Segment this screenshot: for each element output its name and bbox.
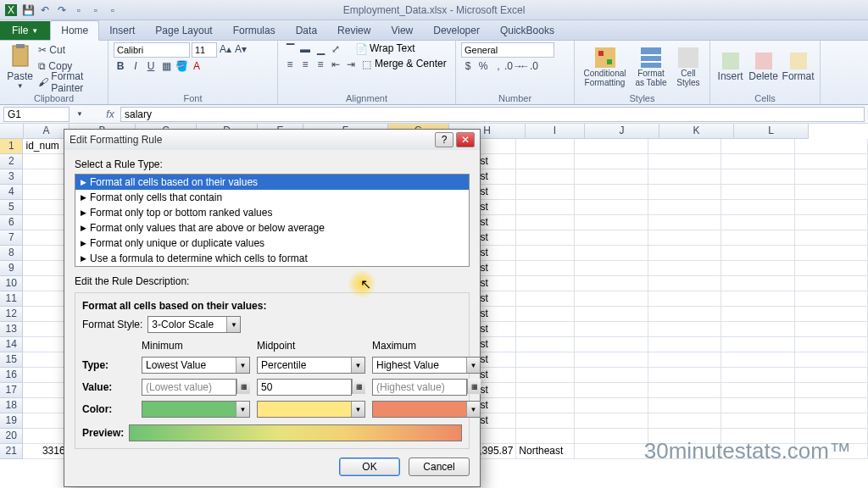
row-header[interactable]: 9 [0,261,23,276]
row-header[interactable]: 18 [0,398,23,413]
column-header[interactable] [0,124,24,139]
mid-type-combo[interactable]: Percentile▼ [257,357,365,374]
tab-data[interactable]: Data [286,21,327,40]
indent-dec-icon[interactable]: ⇤ [329,58,342,71]
row-header[interactable]: 17 [0,383,23,398]
cell[interactable] [795,337,868,352]
refedit-icon[interactable]: ▦ [467,379,481,394]
cell[interactable] [575,154,648,169]
cell[interactable] [795,276,868,291]
cell[interactable] [648,291,721,307]
cell[interactable] [721,352,794,368]
rule-type-item[interactable]: ▶Use a formula to determine which cells … [75,251,469,266]
cell[interactable] [23,337,68,352]
cell[interactable] [23,185,68,200]
cell[interactable] [721,261,794,276]
cell[interactable] [23,154,68,169]
cell[interactable] [795,352,868,368]
indent-inc-icon[interactable]: ⇥ [344,58,358,71]
min-type-combo[interactable]: Lowest Value▼ [142,357,250,374]
column-header[interactable]: L [734,124,809,139]
qat-icon[interactable]: ▫ [71,3,86,18]
shrink-font-icon[interactable]: A▾ [234,42,248,56]
format-style-combo[interactable]: 3-Color Scale▼ [147,316,241,333]
cell[interactable] [648,230,721,246]
comma-icon[interactable]: , [492,59,505,73]
row-header[interactable]: 7 [0,230,23,246]
cell[interactable] [23,230,68,246]
cell[interactable] [23,307,68,322]
bold-icon[interactable]: B [114,59,127,73]
close-button[interactable]: ✕ [456,132,475,147]
cell[interactable] [721,337,794,352]
cell[interactable] [23,352,68,368]
cell[interactable] [721,200,794,215]
cell[interactable] [721,368,794,383]
column-header[interactable]: K [659,124,734,139]
cell[interactable] [575,200,648,215]
cell[interactable] [516,337,575,352]
row-header[interactable]: 14 [0,337,23,352]
row-header[interactable]: 13 [0,322,23,337]
insert-cells-button[interactable]: Insert [715,42,745,92]
italic-icon[interactable]: I [129,59,142,73]
cell[interactable] [795,307,868,322]
cell[interactable] [575,383,648,398]
row-header[interactable]: 10 [0,276,23,291]
namebox-dropdown-icon[interactable]: ▼ [73,108,86,121]
cell-styles-button[interactable]: Cell Styles [672,42,704,92]
font-color-icon[interactable]: A [190,59,203,73]
grow-font-icon[interactable]: A▴ [219,42,232,56]
cell[interactable] [575,368,648,383]
cell[interactable] [648,276,721,291]
cell[interactable] [575,291,648,307]
cell[interactable] [795,261,868,276]
cell[interactable] [516,383,575,398]
tab-developer[interactable]: Developer [423,21,490,40]
rule-type-item[interactable]: ▶Format only unique or duplicate values [75,236,469,251]
row-header[interactable]: 4 [0,185,23,200]
cell[interactable] [516,398,575,413]
cell[interactable] [516,169,575,185]
cell[interactable]: id_num [23,139,68,154]
cell[interactable] [795,398,868,413]
cell[interactable] [648,368,721,383]
cell[interactable] [516,261,575,276]
help-button[interactable]: ? [435,132,453,147]
delete-cells-button[interactable]: Delete [748,42,778,92]
fill-color-icon[interactable]: 🪣 [175,59,188,73]
ok-button[interactable]: OK [339,458,400,476]
cell[interactable] [23,291,68,307]
redo-icon[interactable]: ↷ [54,3,70,18]
max-type-combo[interactable]: Highest Value▼ [372,357,481,374]
cell[interactable] [516,429,575,444]
fx-icon[interactable]: fx [103,108,117,120]
cell[interactable] [795,383,868,398]
cell[interactable] [648,413,721,429]
row-header[interactable]: 16 [0,368,23,383]
cell[interactable] [516,139,575,154]
cell[interactable] [795,200,868,215]
max-value-input[interactable]: (Highest value) [372,379,467,396]
cell[interactable] [721,307,794,322]
cell[interactable] [23,261,68,276]
cell[interactable] [721,154,794,169]
row-header[interactable]: 21 [0,444,23,459]
cell[interactable] [23,215,68,230]
refedit-icon[interactable]: ▦ [352,379,365,394]
column-header[interactable]: J [585,124,659,139]
row-header[interactable]: 6 [0,215,23,230]
tab-insert[interactable]: Insert [99,21,145,40]
cell[interactable] [721,383,794,398]
cell[interactable] [575,444,648,459]
cell[interactable] [23,322,68,337]
tab-view[interactable]: View [381,21,423,40]
cell[interactable] [575,398,648,413]
format-as-table-button[interactable]: Format as Table [633,42,669,92]
cell[interactable] [23,383,68,398]
format-cells-button[interactable]: Format [782,42,815,92]
cell[interactable] [516,413,575,429]
percent-icon[interactable]: % [476,59,490,73]
cell[interactable] [648,307,721,322]
cell[interactable] [516,154,575,169]
